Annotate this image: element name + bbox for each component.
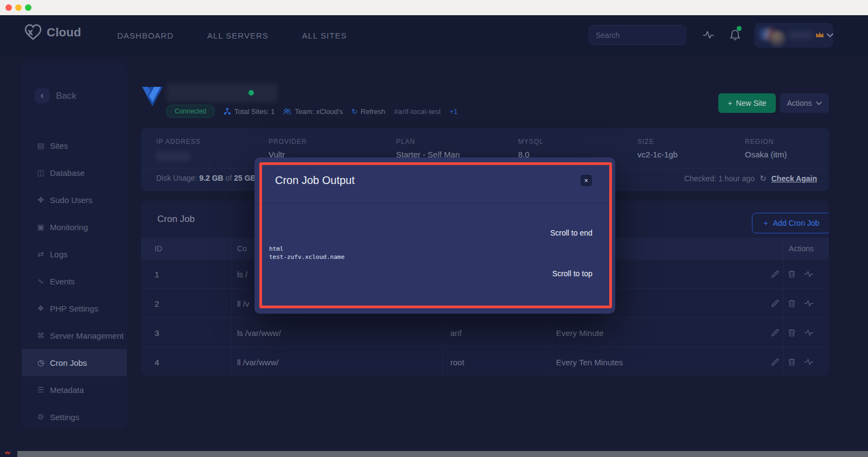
modal-header: Cron Job Output × xyxy=(254,157,615,204)
nav-dashboard[interactable]: DASHBOARD xyxy=(117,31,174,40)
sidebar-item-php-settings[interactable]: ❖ PHP Settings xyxy=(22,295,127,322)
output-activity-icon[interactable] xyxy=(804,358,814,366)
cell-schedule: Every Ten Minutes xyxy=(556,358,623,367)
search-input[interactable] xyxy=(596,31,694,40)
user-menu[interactable] xyxy=(754,23,833,48)
crown-icon xyxy=(815,30,825,39)
sidebar-item-database[interactable]: ◫ Database xyxy=(22,159,127,186)
bottom-scrollbar[interactable] xyxy=(17,451,868,457)
sidebar-item-sudo-users[interactable]: ✤ Sudo Users xyxy=(22,186,127,213)
window-zoom-button[interactable] xyxy=(25,4,31,11)
nav-items: DASHBOARDALL SERVERSALL SITES xyxy=(117,15,347,55)
chevron-down-icon xyxy=(827,33,833,37)
sidebar-item-server-management[interactable]: ⌘ Server Management xyxy=(22,322,127,349)
panel-title: Cron Job xyxy=(157,214,195,225)
scroll-to-top-link[interactable]: Scroll to top xyxy=(552,269,592,278)
info-value: vc2-1c-1gb xyxy=(637,150,678,159)
tag-more-count[interactable]: +1 xyxy=(450,107,458,116)
sidebar-item-metadata[interactable]: ☰ Metadata xyxy=(22,376,127,403)
logs-icon: ⇄ xyxy=(35,250,47,258)
cell-command: ls /var/www/ xyxy=(237,328,281,337)
server-tag: #arif-local-test xyxy=(394,107,441,116)
sidebar-item-cron-jobs[interactable]: ◷ Cron Jobs xyxy=(22,349,127,376)
activity-icon[interactable] xyxy=(703,29,714,40)
server-meta-row: Connected Total Sites: 1 Team: xCloud's … xyxy=(166,105,458,118)
sidebar-item-sites[interactable]: ▤ Sites xyxy=(22,132,127,159)
edit-pencil-icon[interactable] xyxy=(771,299,780,308)
header-command: Co xyxy=(237,244,247,253)
output-line: test-zufv.xcloud.name xyxy=(269,253,344,261)
delete-trash-icon[interactable] xyxy=(788,358,796,366)
window-minimize-button[interactable] xyxy=(15,4,22,11)
cron-table-row: 4 ll /var/www/ root Every Ten Minutes xyxy=(141,347,829,376)
cell-command: ll /v xyxy=(237,299,250,308)
info-column: IP ADDRESS xyxy=(156,128,201,150)
info-column: SIZE vc2-1c-1gb xyxy=(637,128,678,159)
back-button[interactable]: ‹ Back xyxy=(35,88,76,103)
info-label: SIZE xyxy=(637,138,678,145)
user-name-redacted xyxy=(789,31,813,39)
redacted-value xyxy=(156,152,190,161)
modal-title: Cron Job Output xyxy=(275,174,355,187)
delete-trash-icon[interactable] xyxy=(788,270,796,278)
settings-icon: ⚙ xyxy=(35,412,47,421)
sidebar: ‹ Back ▤ Sites ◫ Database ✤ Sudo Users ▣… xyxy=(22,62,127,429)
top-navigation: Cloud DASHBOARDALL SERVERSALL SITES xyxy=(0,15,868,55)
edit-pencil-icon[interactable] xyxy=(771,328,780,337)
output-activity-icon[interactable] xyxy=(804,300,814,307)
check-again-link[interactable]: Check Again xyxy=(771,174,817,183)
modal-close-button[interactable]: × xyxy=(580,175,592,186)
xcloud-logo[interactable]: Cloud xyxy=(24,24,81,41)
server-online-dot xyxy=(248,90,254,96)
monitoring-icon: ▣ xyxy=(35,223,47,231)
refresh-control[interactable]: ↻ Refresh xyxy=(352,107,385,116)
sudo-users-icon: ✤ xyxy=(35,195,47,204)
cell-schedule: Every Minute xyxy=(556,328,604,337)
sidebar-item-settings[interactable]: ⚙ Settings xyxy=(22,403,127,430)
header-actions: Actions xyxy=(789,244,814,253)
edit-pencil-icon[interactable] xyxy=(771,270,780,278)
sites-cluster-icon xyxy=(224,107,231,115)
info-label: MYSQL xyxy=(518,138,544,145)
team-meta: Team: xCloud's xyxy=(283,107,342,116)
info-column: MYSQL 8.0 xyxy=(518,128,544,159)
cell-command: ll /var/www/ xyxy=(237,358,279,367)
add-cron-job-button[interactable]: + Add Cron Job xyxy=(752,213,829,233)
cell-id: 1 xyxy=(155,269,159,278)
info-label: REGION xyxy=(745,138,787,145)
output-activity-icon[interactable] xyxy=(804,329,814,337)
edit-pencil-icon[interactable] xyxy=(771,358,780,366)
search-box[interactable] xyxy=(589,25,686,45)
output-line: html xyxy=(269,245,344,253)
info-label: PROVIDER xyxy=(269,138,307,145)
back-chevron-icon: ‹ xyxy=(35,88,49,103)
macos-titlebar xyxy=(0,0,868,15)
info-column: PLAN Starter - Self Man xyxy=(396,128,460,159)
cron-job-output-modal: Cron Job Output × Scroll to end htmltest… xyxy=(254,157,615,314)
delete-trash-icon[interactable] xyxy=(788,299,796,308)
window-close-button[interactable] xyxy=(5,4,12,11)
sidebar-item-events[interactable]: ∿ Events xyxy=(22,268,127,295)
sidebar-item-monitoring[interactable]: ▣ Monitoring xyxy=(22,213,127,240)
sidebar-item-logs[interactable]: ⇄ Logs xyxy=(22,240,127,268)
row-actions xyxy=(771,328,814,337)
avatar xyxy=(769,30,786,47)
actions-dropdown-button[interactable]: Actions xyxy=(780,93,829,113)
server-management-icon: ⌘ xyxy=(35,331,47,340)
nav-all-servers[interactable]: ALL SERVERS xyxy=(207,31,269,40)
cell-user: root xyxy=(450,358,464,367)
scroll-to-end-link[interactable]: Scroll to end xyxy=(550,228,592,237)
info-label: PLAN xyxy=(396,138,460,145)
notifications-bell-icon[interactable] xyxy=(730,29,741,41)
status-badge: Connected xyxy=(166,105,215,118)
row-actions xyxy=(771,358,814,366)
nav-all-sites[interactable]: ALL SITES xyxy=(302,31,347,40)
cell-user: arif xyxy=(450,328,462,337)
bottom-left-red-icon xyxy=(4,450,11,456)
new-site-button[interactable]: + New Site xyxy=(718,93,776,113)
info-column: PROVIDER Vultr xyxy=(269,128,307,159)
output-activity-icon[interactable] xyxy=(804,270,814,278)
heart-logo-icon xyxy=(24,24,42,41)
delete-trash-icon[interactable] xyxy=(788,328,796,337)
notification-badge-dot xyxy=(737,26,742,31)
